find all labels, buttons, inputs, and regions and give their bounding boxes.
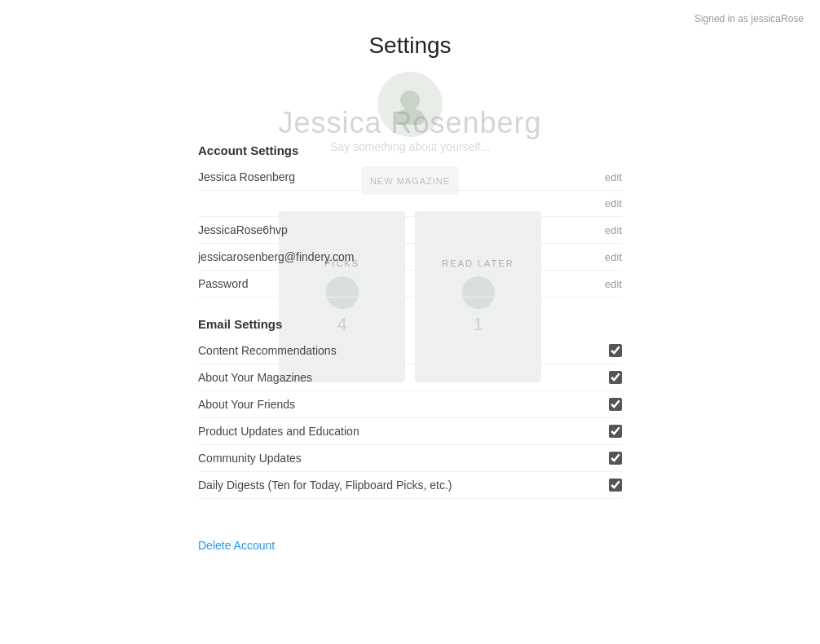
settings-row-password: Password edit: [198, 271, 622, 298]
email-checkbox-2[interactable]: [609, 398, 622, 411]
page-title: Settings: [368, 33, 451, 59]
signed-in-bar: Signed in as jessicaRose: [694, 13, 804, 24]
email-row-4: Community Updates: [198, 445, 622, 472]
email-label-1: About Your Magazines: [198, 371, 312, 384]
delete-section: Delete Account: [198, 538, 622, 553]
account-settings-section: Account Settings Jessica Rosenberg edit …: [198, 143, 622, 298]
email-checkbox-1[interactable]: [609, 371, 622, 384]
email-label-4: Community Updates: [198, 452, 302, 465]
edit-name-link[interactable]: edit: [605, 171, 622, 183]
email-row-3: Product Updates and Education: [198, 418, 622, 445]
email-row-2: About Your Friends: [198, 391, 622, 418]
email-row-0: Content Recommendations: [198, 337, 622, 364]
svg-point-1: [395, 108, 425, 125]
settings-username-value: JessicaRose6hvp: [198, 223, 288, 236]
settings-row-username: JessicaRose6hvp edit: [198, 217, 622, 244]
settings-content: Account Settings Jessica Rosenberg edit …: [198, 143, 622, 585]
email-checkbox-3[interactable]: [609, 425, 622, 438]
email-settings-section: Email Settings Content Recommendations A…: [198, 317, 622, 499]
settings-row-bio: edit: [198, 191, 622, 217]
email-label-3: Product Updates and Education: [198, 425, 359, 438]
email-settings-title: Email Settings: [198, 317, 622, 331]
edit-email-link[interactable]: edit: [605, 251, 622, 263]
settings-email-value: jessicarosenberg@findery.com: [198, 250, 354, 263]
email-checkbox-5[interactable]: [609, 479, 622, 492]
email-label-5: Daily Digests (Ten for Today, Flipboard …: [198, 479, 452, 492]
email-label-2: About Your Friends: [198, 398, 295, 411]
email-row-5: Daily Digests (Ten for Today, Flipboard …: [198, 472, 622, 499]
settings-row-name: Jessica Rosenberg edit: [198, 164, 622, 191]
settings-name-value: Jessica Rosenberg: [198, 170, 295, 183]
avatar[interactable]: [377, 72, 443, 137]
delete-account-link[interactable]: Delete Account: [198, 539, 275, 552]
email-checkbox-0[interactable]: [609, 344, 622, 357]
account-settings-title: Account Settings: [198, 143, 622, 157]
svg-point-0: [400, 90, 420, 110]
settings-row-email: jessicarosenberg@findery.com edit: [198, 244, 622, 271]
edit-password-link[interactable]: edit: [605, 278, 622, 290]
email-checkbox-4[interactable]: [609, 452, 622, 465]
edit-username-link[interactable]: edit: [605, 224, 622, 236]
settings-password-label: Password: [198, 277, 248, 290]
avatar-circle: [377, 72, 443, 137]
edit-bio-link[interactable]: edit: [605, 197, 622, 210]
email-label-0: Content Recommendations: [198, 344, 337, 357]
email-row-1: About Your Magazines: [198, 364, 622, 391]
